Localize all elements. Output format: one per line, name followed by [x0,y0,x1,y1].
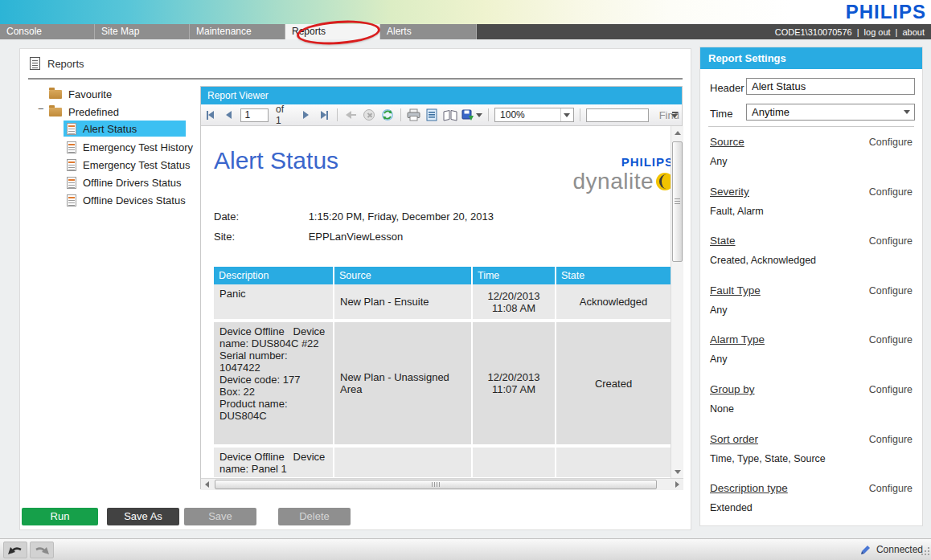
section-link-source[interactable]: Source [710,136,744,148]
configure-group-by-link[interactable]: Configure [869,384,913,395]
configure-state-link[interactable]: Configure [869,235,913,247]
page-title-label: Reports [47,58,84,70]
tab-site-map[interactable]: Site Map [95,24,190,39]
session-user: CODE1\310070576 [775,27,852,37]
tab-reports[interactable]: Reports [285,24,380,39]
tree-item-label: Offline Devices Status [83,194,186,206]
table-cell-state [556,448,671,477]
folder-icon [49,108,62,116]
section-link-severity[interactable]: Severity [710,186,749,198]
export-icon[interactable] [461,107,482,123]
status-bar: Connected [0,538,931,560]
back-button[interactable] [343,107,358,123]
about-link[interactable]: about [902,27,925,37]
scroll-down-icon[interactable] [671,465,683,478]
zoom-select[interactable]: 100% [494,108,574,122]
column-header: State [556,267,671,284]
header-field[interactable] [746,78,915,95]
resize-grip[interactable] [920,545,930,559]
page-number-input[interactable]: 1 [240,108,269,122]
report-doc-icon [67,123,76,135]
tree-item-favourite[interactable]: Favourite [49,86,112,102]
report-settings-panel: Report Settings Header Time Anytime Sour… [699,47,923,526]
tab-console[interactable]: Console [0,24,95,39]
scroll-collapse-button[interactable] [669,108,680,122]
report-title: Alert Status [214,147,338,174]
save-as-button[interactable]: Save As [107,508,179,525]
site-value: EPPLanViewLesson [309,231,404,243]
section-link-fault-type[interactable]: Fault Type [710,284,761,296]
tree-item-offline-drivers-status[interactable]: Offline Drivers Status [67,174,182,190]
first-page-button[interactable] [203,107,218,123]
section-link-state[interactable]: State [710,235,736,247]
tab-alerts[interactable]: Alerts [380,24,477,39]
configure-alarm-type-link[interactable]: Configure [869,334,913,345]
section-link-description-type[interactable]: Description type [710,482,788,494]
tree-item-emergency-test-status[interactable]: Emergency Test Status [67,157,190,173]
section-link-sort-order[interactable]: Sort order [710,433,758,445]
date-value: 1:15:20 PM, Friday, December 20, 2013 [309,211,494,223]
report-settings-titlebar: Report Settings [700,47,922,69]
scroll-right-icon[interactable] [671,479,683,490]
save-button[interactable]: Save [184,508,256,525]
tree-item-label: Emergency Test History [83,141,193,153]
horizontal-scrollbar[interactable] [201,478,683,490]
tab-maintenance[interactable]: Maintenance [190,24,285,39]
scroll-left-icon[interactable] [201,479,213,490]
toolbar-separator [580,108,580,121]
configure-fault-type-link[interactable]: Configure [869,285,913,296]
column-header: Time [473,267,556,284]
vertical-scroll-thumb[interactable] [672,141,683,262]
table-row: Panic New Plan - Ensuite 12/20/2013 11:0… [214,284,671,319]
table-header-row: Description Source Time State [214,267,671,284]
previous-page-button[interactable] [222,107,236,123]
print-icon[interactable] [407,107,421,123]
tree-item-emergency-test-history[interactable]: Emergency Test History [67,139,193,155]
configure-severity-link[interactable]: Configure [869,186,913,198]
table-cell-state: Acknowledged [556,284,671,319]
section-link-group-by[interactable]: Group by [710,383,755,395]
run-button[interactable]: Run [22,508,98,525]
philips-logo-small: PHILIPS [572,155,674,169]
section-link-alarm-type[interactable]: Alarm Type [710,333,765,345]
report-doc-icon [67,177,76,189]
settings-divider [708,126,914,127]
table-cell-description: Device Offline Device name: DUS804C #22 … [214,322,334,444]
next-page-button[interactable] [299,107,314,123]
report-doc-icon [67,141,76,153]
time-field-label: Time [710,108,732,120]
vertical-scrollbar[interactable] [671,126,683,478]
page-setup-icon[interactable] [424,107,439,123]
undo-icon[interactable] [3,542,27,558]
refresh-icon[interactable] [380,107,395,123]
table-row: Device Offline Device name: Panel 1 [214,448,671,477]
horizontal-scroll-thumb[interactable] [215,480,657,489]
time-select[interactable]: Anytime [746,104,915,121]
reports-list-icon [30,57,40,70]
last-page-button[interactable] [318,107,332,123]
configure-source-link[interactable]: Configure [869,137,913,148]
delete-button[interactable]: Delete [278,508,351,525]
connection-status: Connected [859,544,923,555]
redo-icon[interactable] [30,542,54,558]
logout-link[interactable]: log out [864,27,891,37]
configure-sort-order-link[interactable]: Configure [869,434,913,445]
session-separator: | [896,27,898,37]
stop-icon[interactable] [362,107,376,123]
session-area: CODE1\310070576 | log out | about [477,24,931,39]
title-divider [28,78,683,80]
top-banner: PHILIPS [0,0,931,24]
tree-item-offline-devices-status[interactable]: Offline Devices Status [67,192,186,208]
section-value-description-type: Extended [710,502,753,513]
scroll-up-icon[interactable] [671,126,683,139]
header-field-label: Header [710,82,744,94]
chevron-down-icon[interactable] [560,108,573,121]
tree-item-label: Predefined [68,106,119,118]
collapse-expander-icon[interactable]: − [38,103,46,119]
configure-description-type-link[interactable]: Configure [869,483,913,494]
print-layout-icon[interactable] [443,107,457,123]
tree-item-predefined[interactable]: Predefined [49,104,119,120]
find-input[interactable] [586,108,649,122]
tree-item-alert-status[interactable]: Alert Status [64,121,186,137]
column-header: Source [334,267,473,284]
